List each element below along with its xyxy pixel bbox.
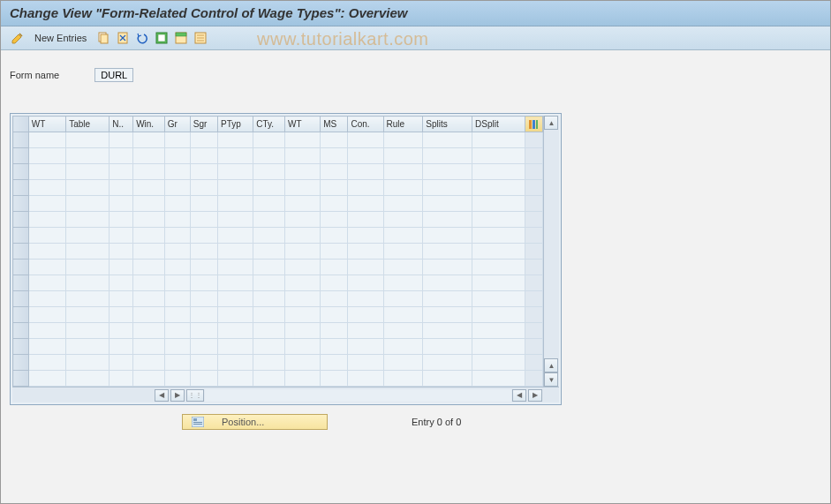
table-cell[interactable] <box>423 260 472 275</box>
table-cell[interactable] <box>348 164 383 180</box>
table-cell[interactable] <box>110 291 133 307</box>
table-cell[interactable] <box>133 164 165 180</box>
table-cell[interactable] <box>110 355 133 371</box>
table-cell[interactable] <box>164 275 190 291</box>
table-cell[interactable] <box>321 355 348 371</box>
table-cell[interactable] <box>423 307 472 323</box>
table-cell[interactable] <box>28 180 65 196</box>
table-cell[interactable] <box>28 244 65 260</box>
table-cell[interactable] <box>28 275 65 291</box>
table-cell[interactable] <box>253 196 285 212</box>
table-cell[interactable] <box>28 260 65 275</box>
table-cell[interactable] <box>383 148 423 164</box>
table-cell[interactable] <box>164 260 190 275</box>
table-cell[interactable] <box>383 323 423 339</box>
table-cell[interactable] <box>284 228 320 244</box>
table-cell[interactable] <box>321 196 348 212</box>
table-cell[interactable] <box>66 339 110 355</box>
scroll-bottom-button[interactable]: ▼ <box>544 372 558 387</box>
table-cell[interactable] <box>133 323 165 339</box>
row-selector[interactable] <box>13 307 29 323</box>
table-cell[interactable] <box>28 164 65 180</box>
table-cell[interactable] <box>383 212 423 228</box>
table-cell[interactable] <box>472 228 525 244</box>
table-cell[interactable] <box>348 180 383 196</box>
table-cell[interactable] <box>133 307 165 323</box>
table-cell[interactable] <box>423 339 472 355</box>
table-cell[interactable] <box>284 355 320 371</box>
col-header[interactable]: Table <box>66 117 110 132</box>
position-button[interactable]: Position... <box>182 414 328 430</box>
row-selector[interactable] <box>13 291 29 307</box>
table-cell[interactable] <box>218 180 253 196</box>
table-cell[interactable] <box>284 307 320 323</box>
table-cell[interactable] <box>472 355 525 371</box>
table-cell[interactable] <box>110 228 133 244</box>
table-cell[interactable] <box>28 291 65 307</box>
table-cell[interactable] <box>190 132 217 148</box>
table-cell[interactable] <box>218 307 253 323</box>
col-header[interactable]: DSplit <box>472 117 525 132</box>
table-cell[interactable] <box>253 228 285 244</box>
table-cell[interactable] <box>383 307 423 323</box>
table-cell[interactable] <box>284 212 320 228</box>
table-cell[interactable] <box>321 323 348 339</box>
table-cell[interactable] <box>321 148 348 164</box>
row-selector[interactable] <box>13 371 29 387</box>
row-selector[interactable] <box>13 275 29 291</box>
table-cell[interactable] <box>164 132 190 148</box>
table-cell[interactable] <box>164 164 190 180</box>
table-cell[interactable] <box>218 275 253 291</box>
table-cell[interactable] <box>284 339 320 355</box>
row-selector[interactable] <box>13 196 29 212</box>
table-cell[interactable] <box>284 132 320 148</box>
table-cell[interactable] <box>321 244 348 260</box>
table-cell[interactable] <box>253 132 285 148</box>
table-cell[interactable] <box>28 371 65 387</box>
select-all-icon[interactable] <box>154 30 170 46</box>
col-header[interactable]: CTy. <box>253 117 285 132</box>
table-cell[interactable] <box>423 212 472 228</box>
table-cell[interactable] <box>66 371 110 387</box>
table-cell[interactable] <box>383 275 423 291</box>
table-cell[interactable] <box>383 228 423 244</box>
table-cell[interactable] <box>348 228 383 244</box>
table-cell[interactable] <box>253 323 285 339</box>
table-cell[interactable] <box>348 196 383 212</box>
table-cell[interactable] <box>348 244 383 260</box>
table-cell[interactable] <box>472 148 525 164</box>
table-cell[interactable] <box>321 132 348 148</box>
table-cell[interactable] <box>321 180 348 196</box>
table-cell[interactable] <box>218 339 253 355</box>
col-header[interactable]: N.. <box>110 117 133 132</box>
table-cell[interactable] <box>423 180 472 196</box>
table-cell[interactable] <box>218 148 253 164</box>
table-cell[interactable] <box>110 323 133 339</box>
table-cell[interactable] <box>321 371 348 387</box>
table-cell[interactable] <box>321 275 348 291</box>
table-cell[interactable] <box>423 275 472 291</box>
table-cell[interactable] <box>190 339 217 355</box>
vscrollbar-track[interactable] <box>544 130 559 358</box>
table-cell[interactable] <box>66 275 110 291</box>
table-settings-icon[interactable] <box>525 117 543 132</box>
table-cell[interactable] <box>190 212 217 228</box>
table-cell[interactable] <box>218 355 253 371</box>
table-cell[interactable] <box>66 148 110 164</box>
table-cell[interactable] <box>164 307 190 323</box>
table-cell[interactable] <box>253 371 285 387</box>
table-cell[interactable] <box>190 164 217 180</box>
table-cell[interactable] <box>472 307 525 323</box>
table-cell[interactable] <box>472 275 525 291</box>
table-cell[interactable] <box>348 291 383 307</box>
table-cell[interactable] <box>284 371 320 387</box>
table-cell[interactable] <box>164 148 190 164</box>
table-cell[interactable] <box>133 132 165 148</box>
table-cell[interactable] <box>28 212 65 228</box>
table-cell[interactable] <box>133 228 165 244</box>
table-cell[interactable] <box>133 244 165 260</box>
table-cell[interactable] <box>423 355 472 371</box>
table-cell[interactable] <box>164 228 190 244</box>
table-cell[interactable] <box>284 275 320 291</box>
table-cell[interactable] <box>133 180 165 196</box>
